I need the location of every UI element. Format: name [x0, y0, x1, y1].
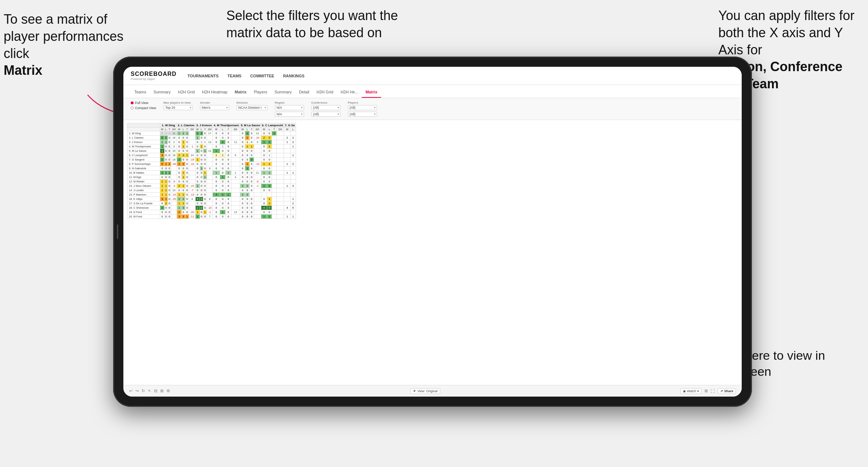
matrix-cell — [171, 175, 177, 180]
matrix-cell: 0 — [181, 180, 185, 184]
grid-icon[interactable]: ⊞ — [704, 389, 708, 393]
matrix-cell: 11 — [171, 131, 177, 136]
matrix-cell — [171, 206, 177, 210]
matrix-cell: 1 — [164, 188, 168, 193]
matrix-cell — [231, 193, 240, 197]
matrix-cell — [272, 171, 277, 175]
matrix-cell: 1 — [181, 144, 185, 149]
tab-players[interactable]: Players — [250, 87, 271, 98]
filter-max-select[interactable]: Top 25 — [164, 105, 193, 110]
matrix-cell: 0 — [200, 175, 203, 180]
tab-matrix-active[interactable]: Matrix — [362, 87, 381, 98]
matrix-cell: -13 — [254, 162, 261, 166]
tab-teams[interactable]: Teams — [131, 87, 150, 98]
matrix-cell: 2 — [240, 184, 245, 188]
tab-summary[interactable]: Summary — [150, 87, 174, 98]
undo-icon[interactable]: ↩ — [129, 389, 132, 393]
zoom-in-icon[interactable]: ⊞ — [160, 389, 164, 393]
matrix-cell: 0 — [203, 201, 207, 206]
col1-dif: Dif — [171, 128, 177, 131]
matrix-cell — [254, 158, 261, 162]
matrix-cell: 1 — [220, 153, 226, 158]
matrix-cell: 0 — [245, 158, 250, 162]
matrix-cell: 0 — [261, 131, 267, 136]
matrix-cell: 2 — [200, 131, 203, 136]
matrix-cell: -15 — [189, 184, 195, 188]
tab-h2hhe[interactable]: H2H He... — [337, 87, 362, 98]
matrix-cell: 0 — [226, 131, 231, 136]
nav-committee[interactable]: COMMITTEE — [250, 72, 274, 80]
filter-region-select2[interactable]: N/A — [275, 112, 304, 117]
matrix-cell: -19 — [171, 193, 177, 197]
matrix-cell: 4 — [261, 206, 267, 210]
matrix-cell: 0 — [177, 140, 182, 144]
matrix-cell: 0 — [249, 136, 254, 140]
matrix-cell — [272, 206, 277, 210]
view-original-btn[interactable]: 👁 View: Original — [410, 388, 440, 394]
matrix-cell: 1 — [160, 180, 165, 184]
view-full-label[interactable]: Full View — [131, 101, 156, 105]
nav-tournaments[interactable]: TOURNAMENTS — [188, 72, 219, 80]
filter-players-select2[interactable]: (All) — [348, 112, 377, 117]
view-compact-label[interactable]: Compact View — [131, 106, 156, 110]
refresh-icon[interactable]: ↻ — [142, 389, 145, 393]
expand-icon[interactable]: ⛶ — [711, 389, 715, 393]
settings-icon[interactable]: ⚙ — [166, 389, 170, 393]
matrix-cell: 0 — [203, 215, 207, 219]
tab-detail[interactable]: Detail — [295, 87, 313, 98]
matrix-cell: 0 — [213, 162, 220, 166]
filter-gender-select[interactable]: Men's — [200, 105, 229, 110]
tab-h2h-grid2[interactable]: H2H Grid — [313, 87, 337, 98]
tab-matrix-main[interactable]: Matrix — [231, 87, 250, 98]
matrix-cell — [277, 153, 284, 158]
redo-icon[interactable]: ↪ — [135, 389, 139, 393]
matrix-cell: 1 — [220, 144, 226, 149]
share-label: Share — [724, 389, 733, 393]
matrix-cell: 0 — [160, 166, 165, 171]
tab-h2h-grid[interactable]: H2H Grid — [174, 87, 198, 98]
matrix-cell — [284, 144, 291, 149]
tab-h2h-heatmap[interactable]: H2H Heatmap — [198, 87, 231, 98]
matrix-cell: 3 — [195, 197, 200, 201]
matrix-cell: 1 — [267, 215, 272, 219]
matrix-cell: 13 — [254, 131, 261, 136]
matrix-cell: 1 — [284, 184, 291, 188]
pointer-icon[interactable]: ↖ — [148, 389, 151, 393]
share-btn[interactable]: ↗ Share — [718, 388, 736, 394]
filter-region-select2-wrap: N/A — [275, 112, 304, 117]
filter-region-select[interactable]: N/A — [275, 105, 304, 110]
filter-conf-select2[interactable]: (All) — [311, 112, 341, 117]
matrix-cell: 0 — [249, 140, 254, 144]
filter-conf-select[interactable]: (All) — [311, 105, 341, 110]
matrix-cell: 0 — [220, 206, 226, 210]
matrix-cell: 0 — [213, 131, 220, 136]
matrix-cell: 0 — [213, 140, 220, 144]
watch-chevron: ▾ — [697, 389, 699, 393]
matrix-cell: 0 — [185, 140, 189, 144]
matrix-cell — [277, 188, 284, 193]
matrix-cell: 1 — [181, 184, 185, 188]
zoom-out-icon[interactable]: ⊟ — [154, 389, 157, 393]
matrix-cell: 2 — [240, 193, 245, 197]
matrix-cell: 0 — [245, 149, 250, 153]
matrix-header-player — [127, 123, 160, 128]
matrix-cell — [207, 175, 212, 180]
matrix-cell: 2 — [160, 136, 165, 140]
matrix-cell: 0 — [245, 206, 250, 210]
nav-rankings[interactable]: RANKINGS — [283, 72, 304, 80]
nav-teams[interactable]: TEAMS — [227, 72, 242, 80]
matrix-row-name: 11. M Ege — [127, 175, 160, 180]
eye-icon: 👁 — [413, 389, 416, 393]
matrix-row-name: 16. K Vilips — [127, 197, 160, 201]
filter-division-select[interactable]: NCAA Division I — [237, 105, 268, 110]
matrix-cell: 0 — [168, 206, 171, 210]
matrix-cell — [254, 201, 261, 206]
matrix-cell: 0 — [220, 201, 226, 206]
matrix-cell: 0 — [185, 210, 189, 215]
filter-players-select[interactable]: (All) — [348, 105, 377, 110]
matrix-cell — [231, 166, 240, 171]
tab-summary2[interactable]: Summary — [271, 87, 295, 98]
matrix-cell — [207, 136, 212, 140]
watch-btn[interactable]: ◉ Watch ▾ — [680, 388, 702, 394]
matrix-cell: 1 — [181, 175, 185, 180]
